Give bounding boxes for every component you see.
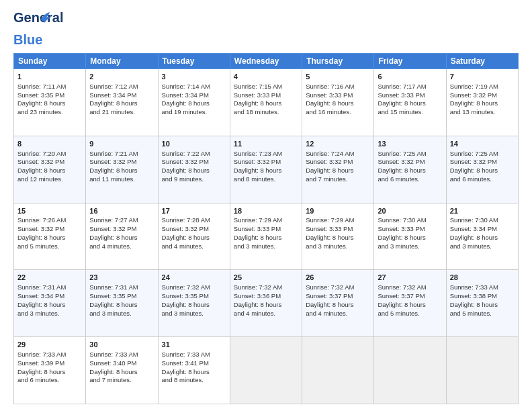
- day-number: 5: [306, 72, 370, 82]
- day-info-line: Sunset: 3:32 PM: [234, 158, 298, 167]
- day-info-line: and 16 minutes.: [306, 108, 370, 117]
- day-number: 14: [450, 139, 515, 149]
- day-info-line: Daylight: 8 hours: [234, 301, 298, 310]
- day-info-line: Sunset: 3:33 PM: [234, 225, 298, 234]
- calendar-cell: 6Sunrise: 7:17 AMSunset: 3:33 PMDaylight…: [374, 69, 446, 136]
- day-info-line: Sunset: 3:33 PM: [378, 225, 442, 234]
- day-info-line: and 6 minutes.: [450, 175, 515, 184]
- day-number: 20: [378, 206, 442, 216]
- day-info-line: and 9 minutes.: [162, 175, 226, 184]
- day-number: 12: [306, 139, 370, 149]
- day-info-line: Sunset: 3:32 PM: [378, 158, 442, 167]
- day-info-line: Daylight: 8 hours: [378, 301, 442, 310]
- day-info-line: Sunrise: 7:23 AM: [234, 150, 298, 158]
- day-number: 16: [89, 206, 154, 216]
- day-number: 22: [17, 273, 82, 283]
- day-info-line: Sunset: 3:33 PM: [234, 91, 298, 100]
- day-info-line: Daylight: 8 hours: [17, 301, 82, 310]
- day-info-line: Sunrise: 7:17 AM: [378, 83, 442, 91]
- calendar-cell: 18Sunrise: 7:29 AMSunset: 3:33 PMDayligh…: [230, 203, 302, 270]
- day-info-line: Sunset: 3:34 PM: [89, 91, 154, 100]
- day-info-line: and 12 minutes.: [17, 175, 82, 184]
- calendar-cell: 13Sunrise: 7:25 AMSunset: 3:32 PMDayligh…: [374, 136, 446, 203]
- day-info-line: and 19 minutes.: [162, 108, 226, 117]
- calendar-header-saturday: Saturday: [446, 54, 518, 69]
- day-info-line: Daylight: 8 hours: [89, 301, 154, 310]
- day-number: 2: [89, 72, 154, 82]
- day-info-line: and 4 minutes.: [306, 310, 370, 318]
- day-number: 10: [162, 139, 226, 149]
- day-info-line: Sunrise: 7:27 AM: [89, 216, 154, 225]
- day-number: 8: [17, 139, 82, 149]
- calendar-header-row: SundayMondayTuesdayWednesdayThursdayFrid…: [14, 54, 519, 69]
- day-info-line: Daylight: 8 hours: [450, 301, 515, 310]
- day-info-line: Sunrise: 7:16 AM: [306, 83, 370, 91]
- day-number: 15: [17, 206, 82, 216]
- day-info-line: Daylight: 8 hours: [306, 99, 370, 108]
- day-number: 25: [234, 273, 298, 283]
- day-info-line: Sunrise: 7:33 AM: [450, 283, 515, 292]
- day-info-line: and 7 minutes.: [89, 376, 154, 385]
- day-info-line: Daylight: 8 hours: [162, 301, 226, 310]
- day-info-line: Daylight: 8 hours: [89, 368, 154, 377]
- day-info-line: and 4 minutes.: [234, 310, 298, 318]
- day-info-line: and 4 minutes.: [162, 242, 226, 251]
- calendar-header-sunday: Sunday: [14, 54, 86, 69]
- day-info-line: Daylight: 8 hours: [234, 167, 298, 175]
- calendar-header-tuesday: Tuesday: [158, 54, 230, 69]
- day-number: 19: [306, 206, 370, 216]
- day-info-line: and 5 minutes.: [17, 242, 82, 251]
- day-info-line: and 6 minutes.: [17, 376, 82, 385]
- day-info-line: Sunset: 3:34 PM: [17, 292, 82, 301]
- day-info-line: and 18 minutes.: [234, 108, 298, 117]
- day-info-line: Sunset: 3:32 PM: [89, 158, 154, 167]
- logo-bird-icon: [39, 11, 54, 26]
- day-info-line: and 3 minutes.: [234, 242, 298, 251]
- day-info-line: Sunset: 3:32 PM: [306, 158, 370, 167]
- day-info-line: Sunrise: 7:32 AM: [378, 283, 442, 292]
- calendar-cell: 25Sunrise: 7:32 AMSunset: 3:36 PMDayligh…: [230, 270, 302, 337]
- calendar-cell: 4Sunrise: 7:15 AMSunset: 3:33 PMDaylight…: [230, 69, 302, 136]
- day-info-line: Daylight: 8 hours: [162, 167, 226, 175]
- day-info-line: Daylight: 8 hours: [450, 167, 515, 175]
- day-info-line: Daylight: 8 hours: [89, 167, 154, 175]
- calendar-cell: 17Sunrise: 7:28 AMSunset: 3:32 PMDayligh…: [158, 203, 230, 270]
- day-number: 28: [450, 273, 515, 283]
- calendar-cell: 22Sunrise: 7:31 AMSunset: 3:34 PMDayligh…: [14, 270, 86, 337]
- calendar-cell: 11Sunrise: 7:23 AMSunset: 3:32 PMDayligh…: [230, 136, 302, 203]
- day-info-line: and 21 minutes.: [89, 108, 154, 117]
- day-info-line: and 4 minutes.: [89, 242, 154, 251]
- calendar-cell: 7Sunrise: 7:19 AMSunset: 3:32 PMDaylight…: [446, 69, 518, 136]
- calendar-cell: 24Sunrise: 7:32 AMSunset: 3:35 PMDayligh…: [158, 270, 230, 337]
- logo: General Blue: [13, 11, 42, 48]
- calendar-cell: [446, 337, 518, 404]
- day-info-line: and 8 minutes.: [234, 175, 298, 184]
- day-info-line: and 15 minutes.: [378, 108, 442, 117]
- day-info-line: Sunrise: 7:32 AM: [162, 283, 226, 292]
- calendar-week-4: 22Sunrise: 7:31 AMSunset: 3:34 PMDayligh…: [14, 270, 519, 337]
- day-info-line: and 5 minutes.: [378, 310, 442, 318]
- day-info-line: Sunset: 3:36 PM: [234, 292, 298, 301]
- calendar-header-monday: Monday: [86, 54, 158, 69]
- day-info-line: and 6 minutes.: [378, 175, 442, 184]
- day-info-line: Sunrise: 7:32 AM: [306, 283, 370, 292]
- day-info-line: Sunset: 3:32 PM: [162, 158, 226, 167]
- day-info-line: Sunset: 3:32 PM: [17, 158, 82, 167]
- day-info-line: Sunset: 3:34 PM: [162, 91, 226, 100]
- day-number: 31: [162, 340, 226, 350]
- calendar-cell: 12Sunrise: 7:24 AMSunset: 3:32 PMDayligh…: [302, 136, 374, 203]
- day-info-line: Sunrise: 7:11 AM: [17, 83, 82, 91]
- day-info-line: Daylight: 8 hours: [450, 99, 515, 108]
- calendar-week-3: 15Sunrise: 7:26 AMSunset: 3:32 PMDayligh…: [14, 203, 519, 270]
- day-number: 30: [89, 340, 154, 350]
- day-number: 13: [378, 139, 442, 149]
- day-info-line: Sunset: 3:40 PM: [89, 359, 154, 368]
- day-number: 24: [162, 273, 226, 283]
- day-info-line: Sunset: 3:33 PM: [306, 225, 370, 234]
- day-info-line: Daylight: 8 hours: [450, 234, 515, 242]
- day-number: 21: [450, 206, 515, 216]
- day-info-line: Daylight: 8 hours: [17, 234, 82, 242]
- day-info-line: Daylight: 8 hours: [162, 234, 226, 242]
- day-info-line: Sunset: 3:32 PM: [89, 225, 154, 234]
- day-info-line: Sunset: 3:35 PM: [17, 91, 82, 100]
